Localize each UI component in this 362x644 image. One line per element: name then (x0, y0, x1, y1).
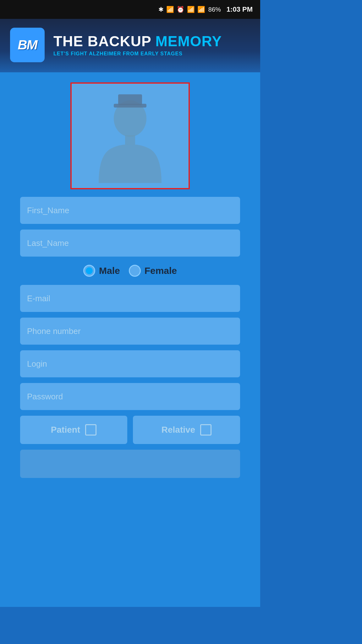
last-name-input[interactable] (20, 230, 240, 257)
email-input[interactable] (20, 285, 240, 312)
gender-female-option[interactable]: Female (129, 265, 177, 277)
gender-male-label: Male (99, 265, 120, 276)
patient-checkbox[interactable] (85, 424, 96, 436)
status-bar: ✱ 📶 ⏰ 📶 📶 86% 1:03 PM (0, 0, 260, 19)
registration-form: Male Female Patient Relative (20, 197, 240, 478)
app-subtitle: LET'S FIGHT ALZHEIMER FROM EARLY STAGES (53, 51, 222, 57)
relative-button[interactable]: Relative (133, 416, 240, 444)
gender-female-label: Female (145, 265, 177, 276)
radio-male-dot (86, 267, 93, 274)
nfc-icon: 📶 (166, 6, 174, 13)
gender-selector: Male Female (20, 262, 240, 279)
header-text-block: THE BACKUP MEMORY LET'S FIGHT ALZHEIMER … (53, 33, 222, 57)
alarm-icon: ⏰ (177, 6, 184, 13)
title-white-part: THE BACKUP (53, 33, 156, 49)
avatar-silhouette (89, 87, 171, 185)
avatar-image[interactable] (70, 82, 190, 189)
radio-female[interactable] (129, 265, 141, 277)
password-input[interactable] (20, 383, 240, 410)
svg-rect-3 (125, 135, 135, 145)
main-content: Male Female Patient Relative (0, 72, 260, 607)
first-name-input[interactable] (20, 197, 240, 224)
relative-checkbox[interactable] (200, 424, 211, 436)
svg-rect-2 (118, 94, 142, 105)
battery-level: 86% (208, 6, 221, 13)
relative-label: Relative (162, 425, 195, 435)
patient-button[interactable]: Patient (20, 416, 127, 444)
clock: 1:03 PM (227, 5, 253, 14)
radio-male[interactable] (83, 265, 95, 277)
app-logo: BM (10, 28, 45, 62)
signal-icon: 📶 (197, 6, 205, 13)
logo-initials: BM (18, 37, 37, 53)
app-header: BM THE BACKUP MEMORY LET'S FIGHT ALZHEIM… (0, 19, 260, 72)
wifi-icon: 📶 (187, 6, 195, 13)
login-input[interactable] (20, 350, 240, 377)
phone-input[interactable] (20, 318, 240, 345)
app-title: THE BACKUP MEMORY (53, 33, 222, 49)
bluetooth-icon: ✱ (158, 6, 164, 13)
title-blue-part: MEMORY (156, 33, 222, 49)
gender-male-option[interactable]: Male (83, 265, 120, 277)
status-icons: ✱ 📶 ⏰ 📶 📶 (158, 6, 205, 13)
register-area (20, 450, 240, 478)
role-selector: Patient Relative (20, 416, 240, 444)
patient-label: Patient (51, 425, 80, 435)
